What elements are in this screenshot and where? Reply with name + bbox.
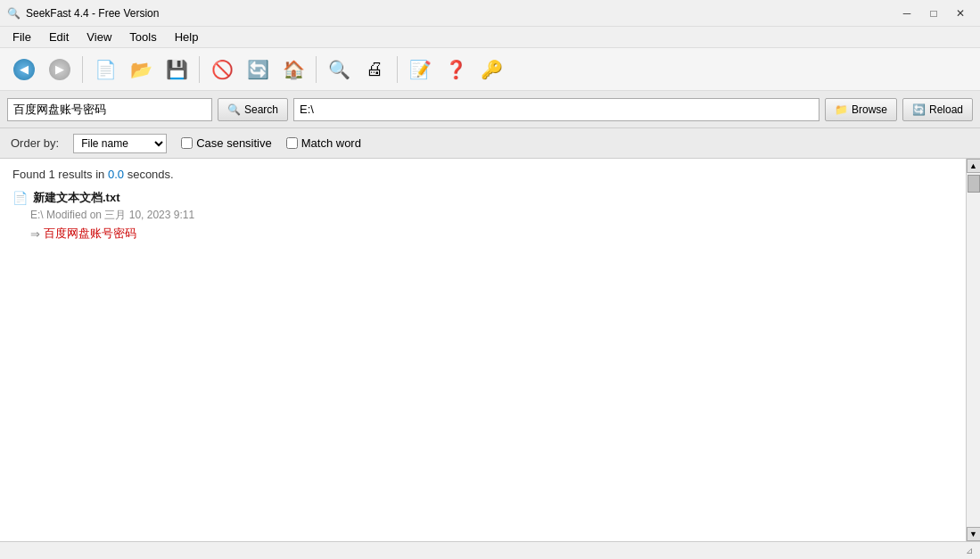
toolbar-separator-2 xyxy=(199,56,200,83)
stop-icon: 🚫 xyxy=(211,59,234,80)
refresh-button[interactable]: 🔄 xyxy=(241,53,275,86)
home-button[interactable]: 🏠 xyxy=(276,53,310,86)
toolbar-separator-4 xyxy=(397,56,398,83)
result-path: E:\ Modified on 三月 10, 2023 9:11 xyxy=(30,208,953,223)
match-word-checkbox[interactable] xyxy=(286,137,298,149)
results-time: 0.0 xyxy=(108,168,124,181)
results-suffix: seconds. xyxy=(124,168,174,181)
scrollbar-up-button[interactable]: ▲ xyxy=(967,159,981,173)
toolbar-separator-3 xyxy=(316,56,317,83)
list-item: 📄 新建文本文档.txt E:\ Modified on 三月 10, 2023… xyxy=(12,190,953,242)
menu-edit[interactable]: Edit xyxy=(40,27,78,47)
results-content: Found 1 results in 0.0 seconds. 📄 新建文本文档… xyxy=(0,159,966,541)
results-middle: results in xyxy=(55,168,108,181)
browse-label: Browse xyxy=(852,103,887,116)
resize-icon: ⊿ xyxy=(966,546,973,555)
minimize-button[interactable]: ─ xyxy=(894,4,919,22)
home-icon: 🏠 xyxy=(283,59,305,80)
forward-button[interactable]: ▶ xyxy=(43,53,77,86)
menu-file[interactable]: File xyxy=(4,27,40,47)
key-icon: 🔑 xyxy=(481,59,503,80)
help-button[interactable]: ❓ xyxy=(439,53,473,86)
results-area: Found 1 results in 0.0 seconds. 📄 新建文本文档… xyxy=(0,159,980,541)
toolbar-separator-1 xyxy=(82,56,83,83)
status-bar: ⊿ xyxy=(0,541,980,559)
open-button[interactable]: 📂 xyxy=(124,53,158,86)
title-bar-left: 🔍 SeekFast 4.4 - Free Version xyxy=(7,7,159,20)
menu-help[interactable]: Help xyxy=(166,27,208,47)
reload-icon: 🔄 xyxy=(912,103,926,116)
match-arrow: ⇒ xyxy=(30,227,40,241)
search-button-label: Search xyxy=(244,103,278,116)
scrollbar-down-button[interactable]: ▼ xyxy=(967,527,981,541)
toolbar: ◀ ▶ 📄 📂 💾 🚫 🔄 🏠 🔍 🖨 📝 ❓ 🔑 xyxy=(0,48,980,91)
search-button[interactable]: 🔍 Search xyxy=(218,98,288,121)
options-bar: Order by: File name Date modified File s… xyxy=(0,128,980,159)
new-file-icon: 📄 xyxy=(95,59,117,80)
print-button[interactable]: 🖨 xyxy=(358,53,391,86)
path-input[interactable] xyxy=(293,98,819,121)
stop-button[interactable]: 🚫 xyxy=(205,53,239,86)
scrollbar-thumb[interactable] xyxy=(968,175,980,193)
title-bar: 🔍 SeekFast 4.4 - Free Version ─ □ ✕ xyxy=(0,0,980,27)
match-word-text: Match word xyxy=(301,136,361,150)
print-icon: 🖨 xyxy=(366,59,383,79)
back-button[interactable]: ◀ xyxy=(7,53,41,86)
search-tool-button[interactable]: 🔍 xyxy=(322,53,356,86)
filename-text: 新建文本文档.txt xyxy=(33,190,120,206)
result-match: ⇒ 百度网盘账号密码 xyxy=(30,226,953,242)
back-icon: ◀ xyxy=(13,59,35,80)
save-button[interactable]: 💾 xyxy=(160,53,194,86)
close-button[interactable]: ✕ xyxy=(948,4,973,22)
results-summary: Found 1 results in 0.0 seconds. xyxy=(12,166,953,183)
maximize-button[interactable]: □ xyxy=(921,4,946,22)
refresh-icon: 🔄 xyxy=(247,59,269,80)
case-sensitive-checkbox[interactable] xyxy=(181,137,193,149)
file-icon: 📄 xyxy=(12,191,28,205)
match-word-label[interactable]: Match word xyxy=(286,136,361,150)
results-count: 1 xyxy=(48,168,54,181)
menu-tools[interactable]: Tools xyxy=(120,27,165,47)
menu-view[interactable]: View xyxy=(78,27,120,47)
save-icon: 💾 xyxy=(166,59,188,80)
key-button[interactable]: 🔑 xyxy=(474,53,508,86)
app-icon: 🔍 xyxy=(7,7,21,20)
browse-button[interactable]: 📁 Browse xyxy=(825,98,897,121)
order-by-label: Order by: xyxy=(11,136,59,150)
results-prefix: Found xyxy=(12,168,48,181)
reload-button[interactable]: 🔄 Reload xyxy=(902,98,973,121)
window-title: SeekFast 4.4 - Free Version xyxy=(26,7,159,20)
match-text: 百度网盘账号密码 xyxy=(44,226,136,242)
result-filename: 📄 新建文本文档.txt xyxy=(12,190,953,206)
edit-icon: 📝 xyxy=(409,59,432,80)
forward-icon: ▶ xyxy=(49,59,70,80)
order-by-select[interactable]: File name Date modified File size xyxy=(73,134,167,153)
scrollbar-track: ▲ ▼ xyxy=(966,159,980,541)
browse-icon: 📁 xyxy=(835,103,848,116)
new-button[interactable]: 📄 xyxy=(88,53,122,86)
reload-label: Reload xyxy=(929,103,963,116)
search-input[interactable] xyxy=(7,98,212,121)
case-sensitive-text: Case sensitive xyxy=(196,136,272,150)
case-sensitive-label[interactable]: Case sensitive xyxy=(181,136,272,150)
title-bar-controls: ─ □ ✕ xyxy=(894,4,973,22)
search-button-icon: 🔍 xyxy=(227,103,241,116)
edit-button[interactable]: 📝 xyxy=(403,53,437,86)
open-folder-icon: 📂 xyxy=(130,59,152,80)
menu-bar: File Edit View Tools Help xyxy=(0,27,980,48)
search-tool-icon: 🔍 xyxy=(328,59,350,80)
help-icon: ❓ xyxy=(445,59,467,80)
search-bar: 🔍 Search 📁 Browse 🔄 Reload xyxy=(0,91,980,128)
